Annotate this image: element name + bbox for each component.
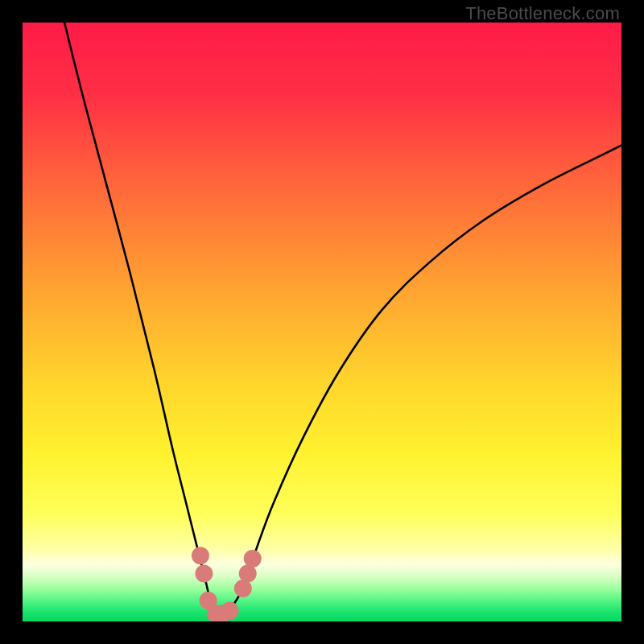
highlight-dot [244, 550, 262, 568]
chart-svg [23, 23, 621, 621]
highlight-dots [192, 547, 262, 621]
highlight-dot [239, 564, 257, 582]
watermark-text: TheBottleneck.com [465, 3, 620, 24]
highlight-dot [195, 564, 213, 582]
outer-frame: TheBottleneck.com [0, 0, 644, 644]
highlight-dot [234, 580, 252, 597]
plot-area [23, 23, 621, 621]
highlight-dot [221, 602, 238, 620]
highlight-dot [192, 547, 209, 564]
bottleneck-curve [64, 23, 621, 616]
